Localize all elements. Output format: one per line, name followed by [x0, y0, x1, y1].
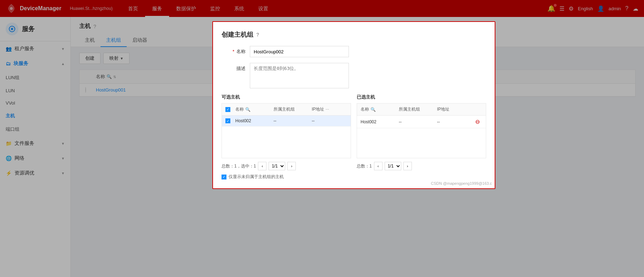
host-row-checkbox[interactable]	[225, 118, 230, 123]
host-selection: 可选主机 名称 🔍 所属主机组 IP地址 ⋯	[222, 94, 486, 180]
available-table-header: 名称 🔍 所属主机组 IP地址 ⋯	[222, 104, 351, 116]
filter-label: 仅显示未归属于主机组的主机	[229, 174, 284, 180]
selected-hosts-table: 名称 🔍 所属主机组 IP地址 Host002 -- -- ⊖	[357, 103, 486, 158]
sel-page-select[interactable]: 1/1	[385, 162, 401, 170]
avail-host-name: Host002	[235, 118, 271, 123]
available-table-body: Host002 -- --	[222, 116, 351, 158]
sel-col-ip: IP地址	[437, 106, 472, 112]
required-star: *	[232, 49, 234, 54]
avail-page-select[interactable]: 1/1	[269, 162, 285, 170]
avail-ip-expand-icon[interactable]: ⋯	[326, 107, 329, 111]
avail-pagination-text: 总数：1，选中：1	[222, 163, 256, 169]
selected-hosts-panel: 已选主机 名称 🔍 所属主机组 IP地址 Host002 -- --	[357, 94, 486, 180]
selected-table-body: Host002 -- -- ⊖	[357, 116, 486, 158]
name-input[interactable]	[250, 46, 349, 57]
watermark: CSDN @mapengpeng1999@163.c	[431, 181, 492, 185]
modal-title: 创建主机组 ?	[222, 30, 486, 39]
sel-host-name: Host002	[361, 119, 396, 124]
sel-host-group: --	[399, 119, 434, 124]
name-form-row: * 名称	[222, 46, 486, 57]
filter-row: 仅显示未归属于主机组的主机	[222, 174, 351, 180]
avail-pagination: 总数：1，选中：1 ‹ 1/1 ›	[222, 162, 351, 170]
avail-host-ip: --	[312, 118, 347, 123]
avail-col-name: 名称 🔍	[235, 106, 271, 112]
avail-col-ip: IP地址 ⋯	[312, 106, 347, 112]
sel-name-search-icon[interactable]: 🔍	[370, 107, 376, 112]
avail-name-search-icon[interactable]: 🔍	[245, 107, 251, 112]
available-host-row[interactable]: Host002 -- --	[222, 116, 351, 126]
sel-pagination-text: 总数：1	[357, 163, 372, 169]
select-all-checkbox[interactable]	[225, 107, 230, 112]
sel-pagination: 总数：1 ‹ 1/1 ›	[357, 162, 486, 170]
avail-next-btn[interactable]: ›	[287, 162, 296, 170]
selected-host-row: Host002 -- -- ⊖	[357, 116, 486, 128]
create-hostgroup-modal: 创建主机组 ? * 名称 描述 可选主机 名称 🔍	[212, 21, 495, 189]
desc-input[interactable]	[250, 63, 349, 88]
sel-col-name: 名称 🔍	[361, 106, 396, 112]
selected-table-header: 名称 🔍 所属主机组 IP地址	[357, 104, 486, 116]
sel-prev-btn[interactable]: ‹	[374, 162, 383, 170]
desc-form-row: 描述	[222, 63, 486, 88]
avail-col-group: 所属主机组	[274, 106, 309, 112]
desc-label: 描述	[222, 63, 250, 74]
filter-checkbox[interactable]	[222, 175, 226, 179]
available-hosts-title: 可选主机	[222, 94, 351, 100]
remove-host-btn[interactable]: ⊖	[475, 119, 480, 125]
modal-title-text: 创建主机组	[222, 30, 253, 39]
modal-help-icon[interactable]: ?	[256, 32, 259, 37]
available-hosts-table: 名称 🔍 所属主机组 IP地址 ⋯ Host002	[222, 103, 351, 158]
avail-prev-btn[interactable]: ‹	[258, 162, 266, 170]
avail-host-group: --	[274, 118, 309, 123]
sel-col-group: 所属主机组	[399, 106, 434, 112]
available-hosts-panel: 可选主机 名称 🔍 所属主机组 IP地址 ⋯	[222, 94, 351, 180]
sel-host-ip: --	[437, 119, 472, 124]
selected-hosts-title: 已选主机	[357, 94, 486, 100]
name-label: * 名称	[222, 46, 250, 57]
sel-next-btn[interactable]: ›	[403, 162, 412, 170]
